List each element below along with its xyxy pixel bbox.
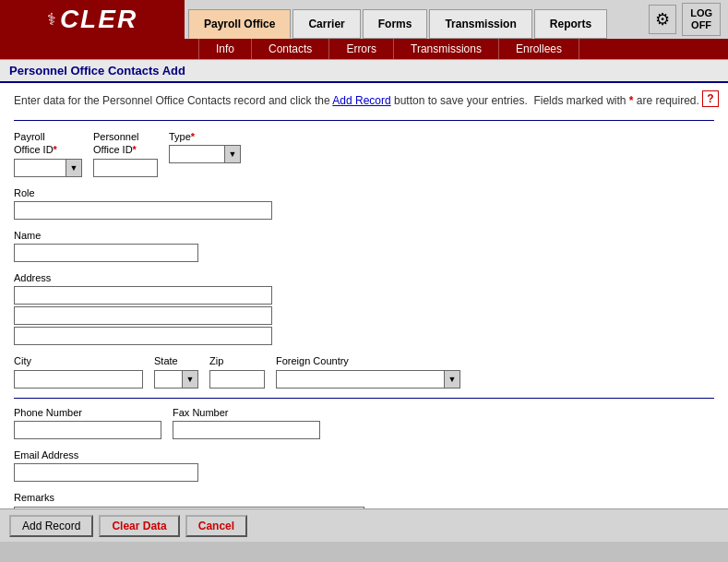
logo-area: ⚕ CLER bbox=[0, 0, 185, 39]
nav-tabs: Payroll Office Carrier Forms Transmissio… bbox=[185, 0, 641, 39]
tab-payroll-office[interactable]: Payroll Office bbox=[188, 9, 291, 39]
fax-label: Fax Number bbox=[173, 406, 320, 419]
form-section-ids: PayrollOffice ID* ▼ PersonnelOffice ID* … bbox=[14, 120, 714, 389]
payroll-office-id-control: ▼ bbox=[14, 159, 82, 177]
remarks-label: Remarks bbox=[14, 491, 364, 504]
phone-input[interactable] bbox=[14, 421, 161, 439]
top-nav: ⚕ CLER Payroll Office Carrier Forms Tran… bbox=[0, 0, 728, 60]
row-email: Email Address bbox=[14, 448, 714, 482]
fax-group: Fax Number bbox=[173, 406, 320, 439]
name-input[interactable] bbox=[14, 244, 198, 262]
personnel-office-id-group: PersonnelOffice ID* bbox=[93, 130, 158, 177]
row-address: Address bbox=[14, 271, 714, 345]
foreign-country-input[interactable] bbox=[276, 370, 444, 389]
tab-reports[interactable]: Reports bbox=[534, 9, 607, 39]
role-label: Role bbox=[14, 186, 272, 199]
row-name: Name bbox=[14, 229, 714, 262]
fax-input[interactable] bbox=[173, 421, 320, 439]
payroll-office-id-dropdown[interactable]: ▼ bbox=[66, 159, 82, 177]
address-line2-input[interactable] bbox=[14, 306, 272, 325]
city-group: City bbox=[14, 354, 143, 388]
type-dropdown[interactable]: ▼ bbox=[224, 145, 241, 163]
tab-transmission[interactable]: Transmission bbox=[429, 9, 531, 39]
email-label: Email Address bbox=[14, 448, 198, 461]
subtab-enrollees[interactable]: Enrollees bbox=[499, 39, 579, 59]
subtab-transmissions[interactable]: Transmissions bbox=[394, 39, 499, 59]
type-label: Type* bbox=[169, 130, 241, 143]
address-label: Address bbox=[14, 271, 272, 284]
zip-label: Zip bbox=[209, 354, 265, 367]
subtab-info[interactable]: Info bbox=[198, 39, 252, 59]
tab-forms[interactable]: Forms bbox=[363, 9, 428, 39]
address-fields bbox=[14, 286, 272, 345]
row-role: Role bbox=[14, 186, 714, 220]
zip-group: Zip bbox=[209, 354, 265, 388]
nav-right: ⚙ LOGOFF bbox=[641, 0, 728, 39]
phone-group: Phone Number bbox=[14, 406, 161, 439]
row-ids: PayrollOffice ID* ▼ PersonnelOffice ID* … bbox=[14, 130, 714, 177]
phone-label: Phone Number bbox=[14, 406, 161, 419]
payroll-office-id-group: PayrollOffice ID* ▼ bbox=[14, 130, 82, 177]
foreign-country-label: Foreign Country bbox=[276, 354, 460, 367]
logo-text: CLER bbox=[60, 5, 137, 34]
help-icon[interactable]: ? bbox=[702, 90, 719, 107]
email-group: Email Address bbox=[14, 448, 198, 482]
nav-row2: Info Contacts Errors Transmissions Enrol… bbox=[0, 39, 728, 59]
state-control: ▼ bbox=[154, 370, 198, 389]
state-dropdown[interactable]: ▼ bbox=[182, 370, 198, 389]
foreign-country-dropdown[interactable]: ▼ bbox=[444, 370, 460, 389]
payroll-office-id-label: PayrollOffice ID* bbox=[14, 130, 82, 157]
main-content: ? Enter data for the Personnel Office Co… bbox=[0, 83, 728, 542]
name-label: Name bbox=[14, 229, 198, 242]
address-group: Address bbox=[14, 271, 272, 345]
state-input[interactable] bbox=[154, 370, 182, 389]
personnel-office-id-label: PersonnelOffice ID* bbox=[93, 130, 158, 157]
type-group: Type* ▼ bbox=[169, 130, 241, 163]
section-divider bbox=[14, 398, 714, 399]
foreign-country-control: ▼ bbox=[276, 370, 460, 389]
role-group: Role bbox=[14, 186, 272, 220]
state-label: State bbox=[154, 354, 198, 367]
email-input[interactable] bbox=[14, 463, 198, 482]
payroll-office-id-input[interactable] bbox=[14, 159, 66, 177]
page-title: Personnel Office Contacts Add bbox=[9, 64, 185, 78]
foreign-country-group: Foreign Country ▼ bbox=[276, 354, 460, 388]
subtab-errors[interactable]: Errors bbox=[329, 39, 394, 59]
add-record-button[interactable]: Add Record bbox=[9, 515, 93, 537]
zip-input[interactable] bbox=[209, 370, 265, 389]
row-city-state: City State ▼ Zip Foreign Country ▼ bbox=[14, 354, 714, 388]
logoff-button[interactable]: LOGOFF bbox=[682, 3, 721, 36]
tab-carrier[interactable]: Carrier bbox=[292, 9, 360, 39]
name-group: Name bbox=[14, 229, 198, 262]
personnel-office-id-input[interactable] bbox=[93, 159, 158, 177]
city-label: City bbox=[14, 354, 143, 367]
gear-button[interactable]: ⚙ bbox=[649, 5, 676, 34]
nav-row1: ⚕ CLER Payroll Office Carrier Forms Tran… bbox=[0, 0, 728, 39]
row-phone-fax: Phone Number Fax Number bbox=[14, 406, 714, 439]
clear-data-button[interactable]: Clear Data bbox=[99, 515, 179, 537]
city-input[interactable] bbox=[14, 370, 143, 389]
state-group: State ▼ bbox=[154, 354, 198, 388]
address-line1-input[interactable] bbox=[14, 286, 272, 305]
bottom-bar: Add Record Clear Data Cancel bbox=[0, 508, 728, 542]
subtab-contacts[interactable]: Contacts bbox=[252, 39, 329, 59]
logo-icon: ⚕ bbox=[47, 9, 56, 30]
type-control: ▼ bbox=[169, 145, 241, 163]
address-line3-input[interactable] bbox=[14, 327, 272, 345]
role-input[interactable] bbox=[14, 201, 272, 220]
cancel-button[interactable]: Cancel bbox=[185, 515, 247, 537]
type-input[interactable] bbox=[169, 145, 224, 163]
page-header: Personnel Office Contacts Add bbox=[0, 60, 728, 83]
instructions: Enter data for the Personnel Office Cont… bbox=[14, 92, 714, 109]
